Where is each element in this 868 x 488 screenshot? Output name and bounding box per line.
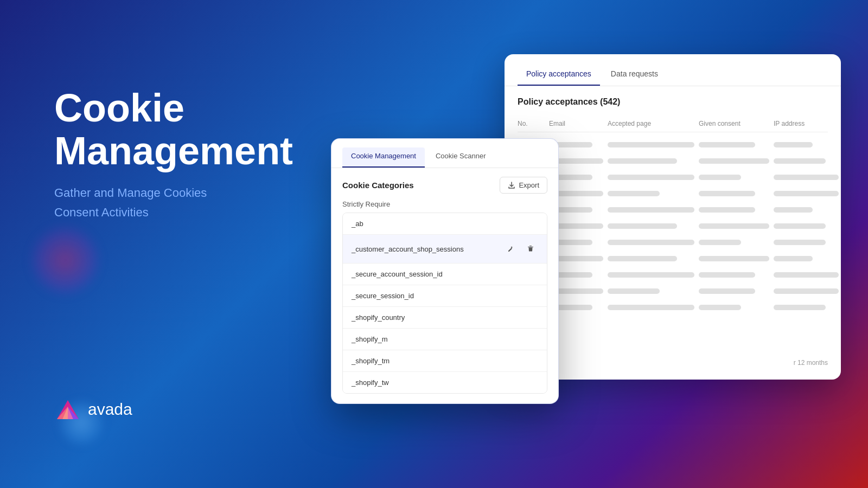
hero-section: Cookie Management Gather and Manage Cook… [54,87,293,222]
delete-icon-button[interactable] [523,241,538,256]
skeleton-cell [699,288,755,294]
tab-cookie-management[interactable]: Cookie Management [342,147,425,168]
skeleton-cell [608,158,677,164]
table-row [518,234,828,251]
avada-logo: avada [54,396,132,423]
skeleton-cell [608,272,694,278]
skeleton-cell [774,223,826,229]
cookie-item-name: _secure_session_id [352,292,414,300]
cookie-item-secure-account: _secure_account_session_id [343,264,547,285]
cookie-item-shopify-m: _shopify_m [343,329,547,350]
col-accepted-page: Accepted page [608,120,694,127]
table-row [518,202,828,218]
skeleton-cell [608,256,677,261]
subtitle: Gather and Manage Cookies Consent Activi… [54,183,293,221]
cookie-item-actions [503,241,538,256]
skeleton-cell [699,175,741,180]
table-row [518,169,828,185]
trash-icon [527,245,534,253]
skeleton-cell [699,158,769,164]
skeleton-cell [608,191,660,196]
cookie-categories-title: Cookie Categories [342,181,414,190]
cookie-item-customer-account[interactable]: _customer_account_shop_sessions [343,235,547,264]
skeleton-cell [774,305,826,310]
policy-panel-title: Policy acceptances (542) [518,97,828,107]
skeleton-cell [608,223,677,229]
skeleton-cell [699,191,755,196]
tab-cookie-scanner[interactable]: Cookie Scanner [427,147,495,168]
policy-footer-text: r 12 months [794,359,828,367]
skeleton-cell [774,207,813,213]
export-icon [508,182,515,189]
tab-data-requests[interactable]: Data requests [602,65,667,86]
cookie-item-name: _shopify_tw [352,378,389,387]
skeleton-cell [774,191,839,196]
edit-icon [507,245,515,253]
skeleton-cell [774,158,826,164]
col-no: No. [518,120,545,127]
cookie-list: _ab _customer_account_shop_sessions [342,213,547,394]
skeleton-cell [608,142,694,147]
skeleton-cell [699,256,769,261]
policy-panel-tabs: Policy acceptances Data requests [505,54,841,86]
skeleton-cell [774,142,813,147]
table-row [518,218,828,234]
cookie-item-shopify-tw: _shopify_tw [343,372,547,393]
skeleton-cell [774,175,839,180]
cookie-item-name: _shopify_country [352,313,405,322]
table-row [518,251,828,267]
skeleton-cell [699,142,755,147]
table-row [518,299,828,316]
skeleton-cell [699,240,741,245]
edit-icon-button[interactable] [503,241,519,256]
cookie-item-ab: _ab [343,213,547,235]
table-row [518,137,828,153]
strictly-require-label: Strictly Require [342,200,547,208]
table-row [518,267,828,283]
col-email: Email [549,120,603,127]
cookie-item-shopify-tm: _shopify_tm [343,350,547,372]
cookie-panel-header: Cookie Categories Export [342,177,547,194]
table-row [518,185,828,202]
cookie-item-name: _ab [352,220,363,228]
skeleton-cell [608,207,694,213]
skeleton-cell [774,256,813,261]
table-row [518,153,828,169]
col-ip-address: IP address [774,120,839,127]
skeleton-cell [608,175,694,180]
skeleton-cell [774,272,839,278]
cookie-panel-tabs: Cookie Management Cookie Scanner [331,139,558,168]
main-title: Cookie Management [54,87,293,172]
skeleton-cell [699,272,755,278]
cookie-item-name: _shopify_m [352,335,387,343]
tab-policy-acceptances[interactable]: Policy acceptances [518,65,600,86]
avada-logo-icon [54,396,81,423]
skeleton-cell [699,207,755,213]
decorative-blob-1 [33,228,98,293]
policy-table-header: No. Email Accepted page Given consent IP… [518,115,828,132]
cookie-item-name: _customer_account_shop_sessions [352,245,464,253]
skeleton-cell [774,240,826,245]
table-row [518,283,828,299]
skeleton-cell [608,240,694,245]
skeleton-cell [699,223,769,229]
skeleton-cell [774,288,839,294]
cookie-panel-content: Cookie Categories Export Strictly Requir… [331,168,558,402]
cookie-item-name: _shopify_tm [352,357,390,365]
cookie-item-shopify-country: _shopify_country [343,307,547,329]
cookie-item-name: _secure_account_session_id [352,270,443,278]
skeleton-cell [699,305,741,310]
cookie-management-panel: Cookie Management Cookie Scanner Cookie … [331,138,559,404]
cookie-item-secure-session: _secure_session_id [343,285,547,307]
skeleton-cell [608,305,694,310]
avada-logo-text: avada [88,400,132,419]
col-given-consent: Given consent [699,120,769,127]
export-button[interactable]: Export [500,177,547,194]
skeleton-cell [608,288,660,294]
